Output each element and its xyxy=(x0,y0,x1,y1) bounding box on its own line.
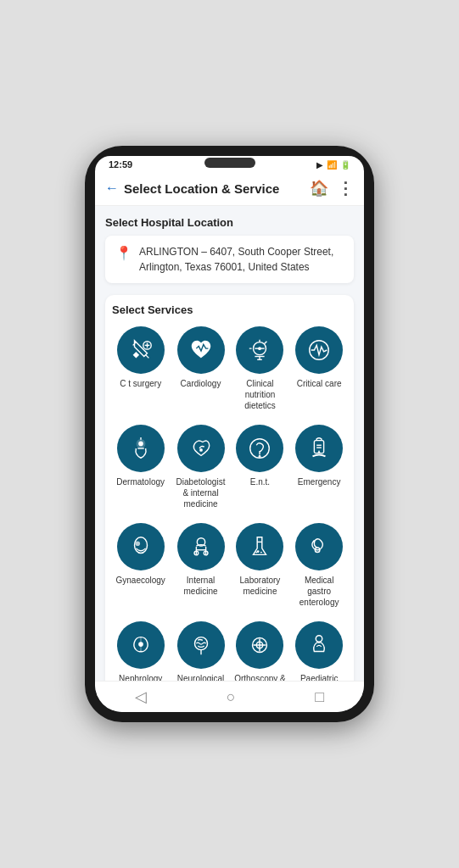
service-icon-gynaecology xyxy=(117,523,165,570)
service-item-critical-care[interactable]: Critical care xyxy=(291,323,347,415)
service-icon-neurological xyxy=(177,621,225,669)
services-grid: C t surgery Cardiology Cli xyxy=(112,323,347,681)
top-bar-left: ← Select Location & Service xyxy=(105,181,279,196)
svg-point-10 xyxy=(250,439,270,459)
service-name-dermatology: Dermatology xyxy=(116,476,165,487)
location-pin-icon: 📍 xyxy=(115,245,132,261)
nav-back-button[interactable]: ◁ xyxy=(135,687,147,706)
service-item-gastroenterology[interactable]: Medical gastro enterology xyxy=(291,520,347,611)
service-item-dermatology[interactable]: Dermatology xyxy=(112,421,169,513)
services-section: Select Services C t surgery xyxy=(105,295,354,681)
service-name-nephrology: Nephrology xyxy=(119,673,162,681)
svg-point-23 xyxy=(256,552,258,554)
service-icon-internal-medicine xyxy=(177,523,225,570)
service-name-ent: E.n.t. xyxy=(250,476,270,487)
services-section-label: Select Services xyxy=(112,303,347,316)
service-item-ent[interactable]: E.n.t. xyxy=(232,421,288,513)
service-icon-nephrology xyxy=(117,621,165,669)
service-icon-diabetologist xyxy=(177,425,225,472)
service-icon-emergency xyxy=(295,425,343,472)
service-name-diabetologist: Diabetologist & internal medicine xyxy=(174,476,227,509)
status-time: 12:59 xyxy=(109,159,132,170)
service-item-nutrition[interactable]: Clinical nutrition dietetics xyxy=(232,323,288,415)
back-button[interactable]: ← xyxy=(105,181,119,196)
top-bar-right: 🏠 ⋮ xyxy=(310,178,354,198)
service-icon-nutrition xyxy=(236,326,283,374)
svg-point-8 xyxy=(138,442,143,447)
service-icon-critical-care xyxy=(295,326,343,374)
service-name-paediatric: Paediatric cardiology xyxy=(293,673,345,681)
service-item-paediatric[interactable]: Paediatric cardiology xyxy=(291,618,347,681)
service-icon-cardiology xyxy=(177,326,225,374)
page-title: Select Location & Service xyxy=(124,181,279,196)
service-item-orthoscopy[interactable]: Orthoscopy & sports medicine xyxy=(232,618,288,681)
service-icon-ent xyxy=(236,425,283,472)
service-item-internal-medicine[interactable]: Internal medicine xyxy=(172,520,228,611)
service-name-laboratory: Laboratory medicine xyxy=(234,575,287,597)
service-item-ct-surgery[interactable]: C t surgery xyxy=(112,323,169,415)
nav-home-button[interactable]: ○ xyxy=(227,688,236,706)
content-scroll: Select Hospital Location 📍 ARLINGTON – 6… xyxy=(95,206,364,681)
svg-point-9 xyxy=(199,448,203,452)
svg-point-25 xyxy=(138,642,143,647)
service-item-gynaecology[interactable]: Gynaecology xyxy=(112,520,169,611)
status-icons: ▶📶🔋 xyxy=(316,160,350,170)
service-item-emergency[interactable]: Emergency xyxy=(291,421,347,513)
svg-point-5 xyxy=(259,347,262,350)
service-item-cardiology[interactable]: Cardiology xyxy=(172,323,228,415)
location-section-label: Select Hospital Location xyxy=(105,216,354,229)
svg-point-11 xyxy=(259,455,261,458)
bottom-nav: ◁ ○ □ xyxy=(95,681,364,712)
service-icon-orthoscopy xyxy=(236,621,283,669)
service-name-ct-surgery: C t surgery xyxy=(120,378,161,389)
service-item-neurological[interactable]: Neurological sciences xyxy=(172,618,228,681)
service-name-neurological: Neurological sciences xyxy=(174,673,227,681)
svg-point-22 xyxy=(260,552,262,554)
service-icon-ct-surgery xyxy=(117,326,165,374)
service-name-internal-medicine: Internal medicine xyxy=(174,575,227,597)
service-icon-paediatric xyxy=(295,621,343,669)
service-name-gastroenterology: Medical gastro enterology xyxy=(293,575,345,608)
phone-frame: 12:59 ▶📶🔋 ← Select Location & Service 🏠 … xyxy=(85,146,374,722)
status-bar: 12:59 ▶📶🔋 xyxy=(95,156,364,171)
service-icon-dermatology xyxy=(117,425,165,472)
svg-point-30 xyxy=(316,636,322,643)
service-name-cardiology: Cardiology xyxy=(181,378,221,389)
phone-screen: ← Select Location & Service 🏠 ⋮ Select H… xyxy=(95,171,364,712)
top-bar: ← Select Location & Service 🏠 ⋮ xyxy=(95,171,364,206)
service-item-laboratory[interactable]: Laboratory medicine xyxy=(232,520,288,611)
svg-point-16 xyxy=(135,541,140,546)
service-name-nutrition: Clinical nutrition dietetics xyxy=(234,378,287,411)
service-name-gynaecology: Gynaecology xyxy=(116,575,165,586)
home-icon[interactable]: 🏠 xyxy=(310,179,328,198)
service-name-emergency: Emergency xyxy=(298,476,341,487)
menu-icon[interactable]: ⋮ xyxy=(337,178,354,198)
service-icon-laboratory xyxy=(236,523,283,570)
service-item-nephrology[interactable]: Nephrology xyxy=(112,618,169,681)
service-icon-gastroenterology xyxy=(295,523,343,570)
service-name-critical-care: Critical care xyxy=(297,378,342,389)
location-box[interactable]: 📍 ARLINGTON – 6407, South Cooper Street,… xyxy=(105,236,354,283)
location-address: ARLINGTON – 6407, South Cooper Street, A… xyxy=(139,244,344,275)
nav-recents-button[interactable]: □ xyxy=(315,688,324,706)
service-name-orthoscopy: Orthoscopy & sports medicine xyxy=(234,673,287,681)
service-item-diabetologist[interactable]: Diabetologist & internal medicine xyxy=(172,421,228,513)
